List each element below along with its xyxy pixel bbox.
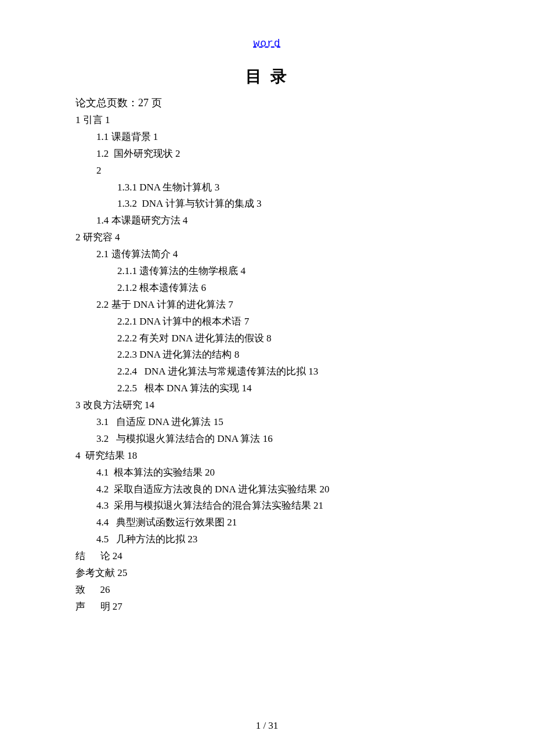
toc-entry: 2.2.4 DNA 进化算法与常规遗传算法的比拟 13: [75, 363, 459, 380]
toc-entry: 2.1 遗传算法简介 4: [75, 246, 459, 263]
word-link[interactable]: word: [75, 38, 459, 49]
toc-entry: 3.2 与模拟退火算法结合的 DNA 算法 16: [75, 431, 459, 448]
page-footer: 1 / 31: [0, 720, 534, 732]
toc-entry: 致 26: [75, 582, 459, 599]
toc-entry: 2.2.2 有关对 DNA 进化算法的假设 8: [75, 330, 459, 347]
toc-entry: 4 研究结果 18: [75, 448, 459, 465]
toc-entry: 4.2 采取自适应方法改良的 DNA 进化算法实验结果 20: [75, 481, 459, 498]
page-container: word 目 录 论文总页数：27 页 1 引言 11.1 课题背景 11.2 …: [0, 0, 534, 639]
toc-entry: 声 明 27: [75, 599, 459, 615]
toc-entry: 1.3.1 DNA 生物计算机 3: [75, 179, 459, 196]
toc-entry: 2.1.1 遗传算法的生物学根底 4: [75, 263, 459, 280]
toc-entry: 1 引言 1: [75, 112, 459, 129]
toc-entry: 2.2 基于 DNA 计算的进化算法 7: [75, 297, 459, 314]
toc-entry: 4.4 典型测试函数运行效果图 21: [75, 514, 459, 531]
toc-entry: 2 研究容 4: [75, 229, 459, 246]
toc-entry: 2.2.3 DNA 进化算法的结构 8: [75, 347, 459, 363]
toc-entry: 2.2.5 根本 DNA 算法的实现 14: [75, 380, 459, 397]
toc-entry: 参考文献 25: [75, 565, 459, 582]
toc-entry: 1.2 国外研究现状 2: [75, 146, 459, 163]
toc-entry: 2.2.1 DNA 计算中的根本术语 7: [75, 314, 459, 330]
toc-entry: 结 论 24: [75, 548, 459, 565]
total-pages-line: 论文总页数：27 页: [75, 96, 459, 110]
toc-entry: 3 改良方法研究 14: [75, 397, 459, 414]
page-number: 1 / 31: [256, 720, 279, 731]
toc-entry: 2: [75, 163, 459, 179]
page-title: 目 录: [75, 66, 459, 88]
toc-entry: 1.4 本课题研究方法 4: [75, 213, 459, 229]
toc-entry: 1.1 课题背景 1: [75, 129, 459, 146]
toc-entry: 4.5 几种方法的比拟 23: [75, 531, 459, 548]
table-of-contents: 1 引言 11.1 课题背景 11.2 国外研究现状 221.3.1 DNA 生…: [75, 112, 459, 615]
toc-entry: 3.1 自适应 DNA 进化算法 15: [75, 414, 459, 431]
toc-entry: 2.1.2 根本遗传算法 6: [75, 280, 459, 297]
toc-entry: 4.1 根本算法的实验结果 20: [75, 465, 459, 481]
toc-entry: 4.3 采用与模拟退火算法结合的混合算法实验结果 21: [75, 498, 459, 514]
toc-entry: 1.3.2 DNA 计算与软计算的集成 3: [75, 196, 459, 213]
